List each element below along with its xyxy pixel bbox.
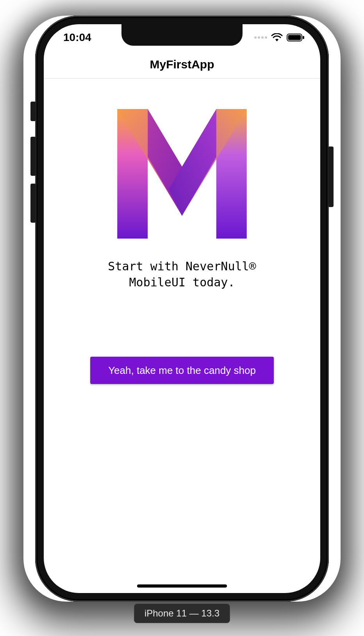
power-button[interactable] bbox=[328, 146, 334, 207]
wifi-icon bbox=[271, 33, 283, 42]
volume-up-button[interactable] bbox=[30, 137, 36, 176]
screen: 10:04 bbox=[44, 24, 320, 593]
cta-button-label: Yeah, take me to the candy shop bbox=[108, 364, 256, 377]
svg-rect-2 bbox=[303, 36, 304, 39]
cellular-signal-icon bbox=[254, 36, 267, 39]
svg-rect-1 bbox=[288, 35, 301, 40]
battery-icon bbox=[287, 33, 305, 42]
tagline-text: Start with NeverNull® MobileUI today. bbox=[108, 259, 256, 290]
simulator-device-label: iPhone 11 — 13.3 bbox=[134, 604, 230, 623]
mute-switch[interactable] bbox=[30, 102, 36, 121]
home-indicator[interactable] bbox=[137, 584, 227, 588]
nav-bar: MyFirstApp bbox=[44, 51, 320, 79]
status-time: 10:04 bbox=[63, 31, 91, 44]
nav-title: MyFirstApp bbox=[150, 58, 214, 71]
volume-down-button[interactable] bbox=[30, 184, 36, 223]
app-logo-icon bbox=[106, 98, 258, 252]
notch bbox=[121, 24, 243, 46]
phone-frame: 10:04 bbox=[35, 16, 329, 602]
cta-button[interactable]: Yeah, take me to the candy shop bbox=[90, 357, 274, 384]
main-content: Start with NeverNull® MobileUI today. Ye… bbox=[44, 86, 320, 593]
